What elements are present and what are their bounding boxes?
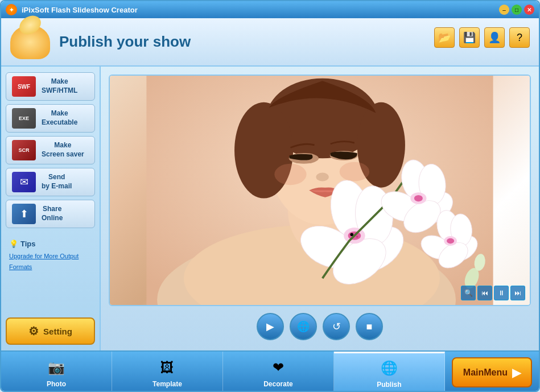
preview-svg bbox=[110, 76, 530, 305]
swf-icon: SWF bbox=[12, 76, 36, 97]
make-screensaver-button[interactable]: SCR MakeScreen saver bbox=[6, 136, 95, 164]
setting-button[interactable]: ⚙ Setting bbox=[6, 317, 95, 345]
main-wrapper: Publish your show 📂 💾 👤 ? SWF MakeSWF/HT… bbox=[1, 18, 539, 392]
preview-image bbox=[110, 76, 530, 305]
prev-button[interactable]: ⏮ bbox=[477, 286, 492, 300]
svg-point-28 bbox=[414, 195, 423, 201]
window-controls: – □ ✕ bbox=[499, 5, 534, 15]
publish-tab-icon: 🌐 bbox=[379, 358, 399, 378]
decorate-tab-label: Decorate bbox=[263, 380, 292, 388]
send-email-button[interactable]: ✉ Sendby E-mail bbox=[6, 168, 95, 196]
pause-button[interactable]: ⏸ bbox=[494, 286, 509, 300]
preview-container: 🔍 ⏮ ⏸ ⏭ bbox=[109, 75, 531, 306]
playback-controls: ▶ 🌐 ↺ ■ bbox=[109, 306, 531, 343]
title-bar: ✦ iPixSoft Flash Slideshow Creator – □ ✕ bbox=[1, 1, 539, 18]
help-button[interactable]: ? bbox=[509, 27, 530, 48]
svg-point-11 bbox=[274, 164, 306, 185]
app-icon: ✦ bbox=[6, 4, 17, 15]
lightbulb-icon: 💡 bbox=[9, 240, 18, 248]
template-tab-label: Template bbox=[152, 380, 182, 388]
main-menu-button[interactable]: MainMenu ▶ bbox=[452, 357, 532, 387]
tips-title: 💡 Tips bbox=[9, 240, 92, 248]
user-button[interactable]: 👤 bbox=[484, 27, 505, 48]
decorate-tab-icon: ❤ bbox=[268, 357, 288, 378]
gear-icon: ⚙ bbox=[28, 324, 39, 338]
publish-tab-label: Publish bbox=[377, 381, 401, 389]
photo-tab-label: Photo bbox=[47, 380, 66, 388]
share-online-button[interactable]: ⬆ ShareOnline bbox=[6, 200, 95, 228]
make-swf-label: MakeSWF/HTML bbox=[42, 77, 77, 95]
svg-point-10 bbox=[316, 173, 328, 181]
page-title: Publish your show bbox=[59, 33, 191, 51]
app-title: iPixSoft Flash Slideshow Creator bbox=[22, 6, 499, 14]
minimize-button[interactable]: – bbox=[499, 5, 509, 15]
maximize-button[interactable]: □ bbox=[512, 5, 522, 15]
svg-point-35 bbox=[447, 238, 454, 244]
make-executable-button[interactable]: EXE MakeExecutable bbox=[6, 104, 95, 133]
header: Publish your show 📂 💾 👤 ? bbox=[1, 18, 539, 67]
next-button[interactable]: ⏭ bbox=[510, 286, 525, 300]
content-area: 🔍 ⏮ ⏸ ⏭ ▶ 🌐 ↺ ■ bbox=[101, 67, 539, 350]
preview-overlay-controls: 🔍 ⏮ ⏸ ⏭ bbox=[461, 286, 525, 300]
make-screensaver-label: MakeScreen saver bbox=[42, 141, 84, 159]
play-button[interactable]: ▶ bbox=[257, 313, 284, 340]
zoom-button[interactable]: 🔍 bbox=[461, 286, 476, 300]
close-button[interactable]: ✕ bbox=[524, 5, 534, 15]
exe-icon: EXE bbox=[12, 108, 36, 129]
email-icon: ✉ bbox=[12, 172, 36, 192]
svg-point-21 bbox=[356, 236, 358, 238]
save-button[interactable]: 💾 bbox=[459, 27, 480, 48]
make-swf-button[interactable]: SWF MakeSWF/HTML bbox=[6, 72, 95, 101]
main-menu-label: MainMenu bbox=[463, 368, 508, 378]
browser-preview-button[interactable]: 🌐 bbox=[290, 313, 317, 340]
template-tab-icon: 🖼 bbox=[157, 357, 178, 378]
decorate-tab[interactable]: ❤ Decorate bbox=[223, 352, 334, 392]
template-tab[interactable]: 🖼 Template bbox=[112, 352, 223, 392]
photo-tab[interactable]: 📷 Photo bbox=[1, 352, 112, 392]
tips-section: 💡 Tips Upgrade for More Output Formats bbox=[6, 235, 95, 276]
setting-label: Setting bbox=[43, 327, 72, 336]
logo-icon bbox=[10, 25, 50, 59]
share-online-label: ShareOnline bbox=[42, 205, 63, 222]
upload-icon: ⬆ bbox=[12, 204, 36, 224]
screen-icon: SCR bbox=[12, 140, 36, 160]
open-folder-button[interactable]: 📂 bbox=[434, 27, 455, 48]
sidebar: SWF MakeSWF/HTML EXE MakeExecutable SCR … bbox=[1, 67, 101, 350]
publish-tab[interactable]: 🌐 Publish bbox=[334, 352, 445, 392]
svg-point-12 bbox=[340, 162, 369, 181]
make-executable-label: MakeExecutable bbox=[42, 109, 77, 127]
main-menu-arrow: ▶ bbox=[512, 366, 521, 379]
send-email-label: Sendby E-mail bbox=[42, 173, 72, 191]
photo-tab-icon: 📷 bbox=[46, 357, 67, 378]
body: SWF MakeSWF/HTML EXE MakeExecutable SCR … bbox=[1, 67, 539, 350]
toolbar-icons: 📂 💾 👤 ? bbox=[434, 27, 530, 48]
loop-button[interactable]: ↺ bbox=[323, 313, 350, 340]
stop-button[interactable]: ■ bbox=[356, 313, 383, 340]
bottom-nav: 📷 Photo 🖼 Template ❤ Decorate 🌐 Publish … bbox=[1, 350, 539, 392]
upgrade-link[interactable]: Upgrade for More Output Formats bbox=[9, 253, 79, 270]
